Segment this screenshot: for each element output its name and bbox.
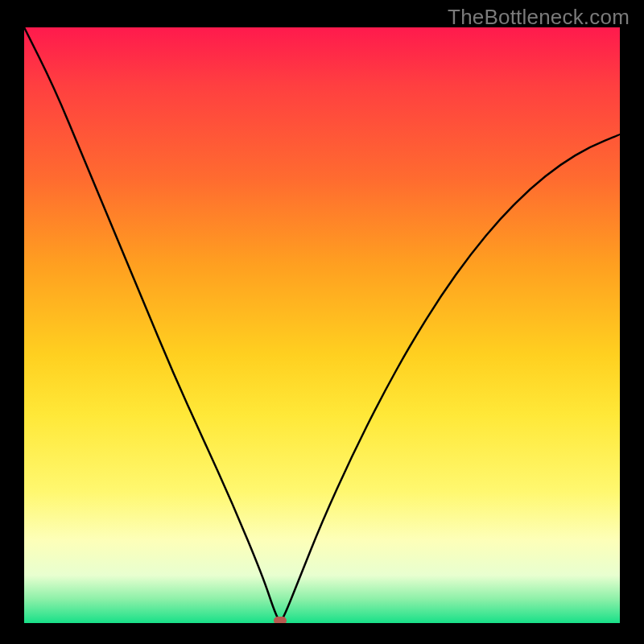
bottleneck-curve (24, 27, 620, 623)
plot-area (24, 27, 620, 623)
watermark-text: TheBottleneck.com (448, 5, 630, 30)
chart-frame: TheBottleneck.com (0, 0, 644, 644)
notch-marker (274, 617, 287, 623)
